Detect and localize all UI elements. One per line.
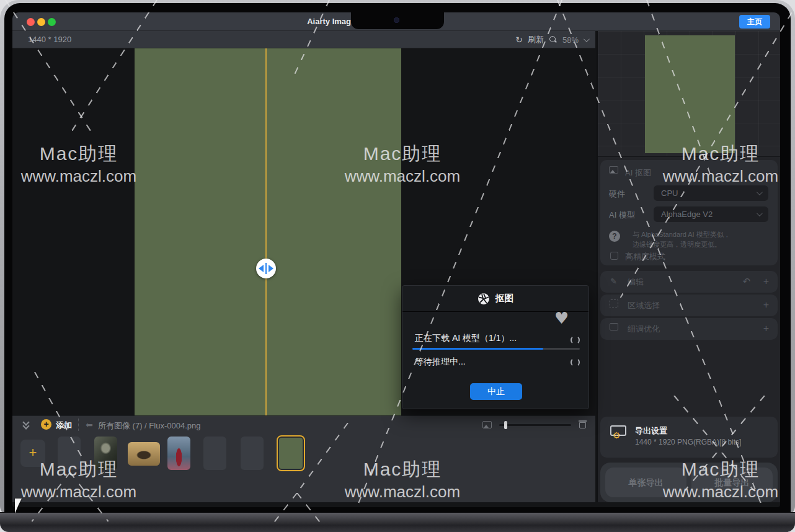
right-panel: AI 抠图 硬件 CPU AI 模型 AlphaEdge V2 ? 与 Alph…	[597, 31, 780, 502]
download-progress-fill	[412, 348, 543, 350]
filmstrip-thumbnail-selected[interactable]	[277, 435, 305, 471]
chevron-down-icon[interactable]	[584, 36, 590, 42]
high-precision-label: 高精度模式	[625, 251, 665, 262]
handle-bar	[265, 263, 267, 274]
add-image-icon[interactable]: +	[41, 419, 51, 430]
edit-panel-label: 编辑	[628, 277, 644, 288]
zoom-icon	[549, 35, 557, 44]
filmstrip-header: + 添加 ⬅ 所有图像 (7) / Flux-0004.png	[12, 416, 595, 433]
model-hint-line1: 与 AlphaStandard AI 模型类似，	[633, 229, 731, 239]
model-label: AI 模型	[609, 210, 635, 221]
download-progress-bar	[412, 348, 580, 350]
help-icon[interactable]: ?	[609, 231, 620, 242]
region-select-label: 区域选择	[628, 300, 660, 311]
export-settings-format: 1440 * 1920 PNG(RGBA)[8 bits]	[635, 438, 741, 446]
inference-status-text: 等待推理中...	[415, 357, 466, 368]
zoom-level[interactable]: 58%	[562, 35, 579, 45]
home-button[interactable]: 主页	[739, 15, 770, 29]
region-select-icon	[610, 299, 618, 308]
window-title: Aiarty Imag	[236, 17, 351, 26]
collapse-filmstrip-icon[interactable]	[24, 420, 30, 428]
filmstrip-thumbnail[interactable]	[94, 437, 117, 470]
result-preview-thumbnail	[645, 35, 735, 153]
fine-tune-label: 细调优化	[628, 324, 660, 335]
fine-tune-panel[interactable]: 细调优化 +	[600, 318, 778, 340]
inference-spinner-icon	[571, 358, 580, 367]
back-arrow-icon[interactable]: ⬅	[86, 420, 93, 430]
matting-progress-dialog: 抠图 正在下载 AI 模型（1/1）... 等待推理中... 中止	[402, 285, 589, 409]
filmstrip-thumbnail[interactable]	[58, 437, 81, 470]
download-spinner-icon	[571, 335, 580, 345]
hardware-value: CPU	[661, 188, 678, 198]
export-buttons-row: 单张导出 批量导出	[600, 463, 778, 502]
fine-tune-icon	[610, 323, 618, 330]
aperture-icon	[477, 293, 490, 305]
laptop-chin	[0, 512, 795, 532]
close-window-button[interactable]	[27, 18, 35, 26]
filmstrip-thumbnail[interactable]	[241, 437, 264, 470]
single-export-button[interactable]: 单张导出	[605, 468, 686, 497]
model-value: AlphaEdge V2	[661, 210, 713, 219]
thumbnail-size-icon	[482, 421, 492, 428]
filmstrip-thumbnail[interactable]	[203, 437, 226, 470]
display-notch	[351, 12, 444, 29]
hardware-label: 硬件	[609, 188, 625, 200]
ai-matting-section: AI 抠图 硬件 CPU AI 模型 AlphaEdge V2 ? 与 Alph…	[600, 160, 778, 265]
viewer-toolbar: 1440 * 1920 ↻ 刷新 58%	[12, 31, 595, 48]
hardware-select[interactable]: CPU	[654, 185, 768, 201]
chevron-down-icon	[757, 210, 763, 216]
camera-dot	[394, 17, 399, 23]
undo-icon[interactable]: ↶	[742, 276, 750, 287]
expand-plus-icon[interactable]: +	[763, 276, 769, 287]
preview-image	[135, 48, 401, 415]
breadcrumb: 所有图像 (7) / Flux-0004.png	[98, 420, 200, 432]
filmstrip-thumbnail[interactable]	[167, 437, 190, 470]
batch-export-button[interactable]: 批量导出	[691, 468, 773, 497]
gear-icon: ⚙	[613, 431, 621, 440]
compare-divider-line	[265, 48, 267, 415]
heart-icon: ♥	[554, 309, 569, 327]
arrow-right-icon	[269, 265, 273, 272]
add-image-tile[interactable]: +	[20, 440, 45, 467]
maximize-window-button[interactable]	[48, 18, 56, 26]
export-settings-icon: ⚙	[609, 425, 628, 440]
abort-button[interactable]: 中止	[470, 383, 522, 400]
chevron-down-icon	[757, 189, 763, 195]
ai-matting-title: AI 抠图	[625, 167, 651, 179]
model-hint-line2: 边缘锐度更高，透明度更低。	[633, 239, 731, 249]
model-hint: 与 AlphaStandard AI 模型类似， 边缘锐度更高，透明度更低。	[633, 229, 731, 249]
selected-thumbnail-image	[279, 438, 303, 469]
dialog-header: 抠图	[402, 286, 588, 312]
expand-plus-icon[interactable]: +	[763, 299, 769, 311]
transparency-grid	[598, 31, 780, 157]
mouse-cursor	[15, 499, 22, 513]
separator	[78, 419, 79, 431]
add-image-label[interactable]: 添加	[56, 420, 72, 431]
high-precision-checkbox[interactable]	[610, 252, 618, 260]
slider-knob[interactable]	[504, 421, 507, 429]
screenshot-stage: Aiarty Imag 主页 1440 * 1920 ↻ 刷新 58%	[0, 0, 795, 532]
download-status-text: 正在下载 AI 模型（1/1）...	[415, 333, 517, 344]
filmstrip: + 添加 ⬅ 所有图像 (7) / Flux-0004.png +	[12, 415, 595, 502]
compare-slider-handle[interactable]	[256, 259, 276, 278]
trash-icon[interactable]	[579, 420, 587, 429]
refresh-button[interactable]: 刷新	[528, 34, 544, 45]
arrow-left-icon	[259, 265, 264, 272]
dialog-title: 抠图	[495, 293, 514, 304]
ai-matting-icon	[609, 166, 618, 175]
app-window: Aiarty Imag 主页 1440 * 1920 ↻ 刷新 58%	[12, 12, 780, 507]
region-select-panel[interactable]: 区域选择 +	[600, 295, 778, 316]
export-settings-title: 导出设置	[635, 425, 667, 437]
model-select[interactable]: AlphaEdge V2	[654, 206, 768, 222]
thumbnail-size-slider[interactable]	[499, 420, 571, 429]
export-settings-section[interactable]: ⚙ 导出设置 1440 * 1920 PNG(RGBA)[8 bits]	[600, 417, 778, 458]
refresh-icon: ↻	[515, 35, 523, 45]
edit-panel[interactable]: ✎ 编辑 ↶ +	[600, 271, 778, 293]
edit-icon: ✎	[610, 277, 617, 286]
minimize-window-button[interactable]	[37, 18, 45, 26]
filmstrip-thumbnail[interactable]	[128, 442, 160, 466]
expand-plus-icon[interactable]: +	[763, 323, 769, 334]
image-dimensions: 1440 * 1920	[28, 35, 71, 44]
